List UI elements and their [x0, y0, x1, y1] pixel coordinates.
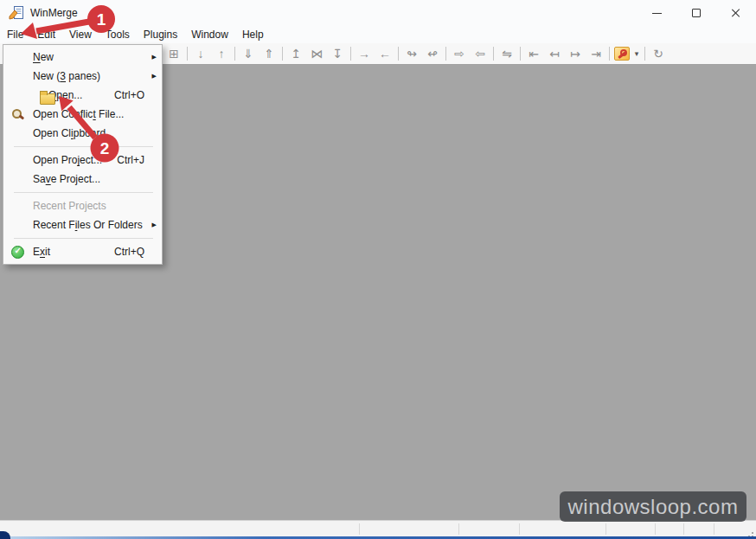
menu-edit[interactable]: Edit — [30, 27, 62, 42]
titlebar: WinMerge — [0, 0, 756, 26]
auto-merge-icon: ⇋ — [497, 44, 517, 63]
statusbar-separator — [458, 523, 459, 535]
toolbar-separator — [350, 47, 351, 61]
toolbar-separator — [398, 47, 399, 61]
copy-left-advance-icon: ↫ — [422, 44, 443, 63]
next-difference-icon: ↓ — [190, 44, 211, 63]
refresh-icon: ↻ — [648, 44, 669, 63]
previous-difference-file-icon: ⇑ — [259, 44, 279, 63]
shortcut-label: Ctrl+O — [114, 89, 144, 101]
menubar: File Edit View Tools Plugins Window Help — [0, 26, 756, 43]
menu-view[interactable]: View — [62, 27, 99, 42]
submenu-arrow-icon: ▶ — [152, 73, 157, 80]
statusbar-separator — [519, 523, 520, 535]
menu-separator — [14, 238, 153, 239]
copy-all-right-icon: ⇨ — [449, 44, 470, 63]
close-button[interactable] — [716, 0, 756, 26]
copy-right-icon: → — [354, 44, 375, 63]
maximize-button[interactable] — [676, 0, 716, 26]
menu-tools[interactable]: Tools — [99, 27, 137, 42]
menu-item-recent-files-or-folders[interactable]: Recent Files Or Folders ▶ — [3, 215, 162, 234]
menu-item-open-conflict-file[interactable]: Open Conflict File... — [3, 105, 162, 124]
menu-separator — [14, 192, 153, 193]
watermark: windowsloop.com — [560, 491, 746, 522]
previous-conflict-icon: ↤ — [544, 44, 565, 63]
last-difference-icon: ↧ — [327, 44, 348, 63]
options-wrench-icon — [614, 47, 630, 61]
menu-item-recent-projects: Recent Projects — [3, 196, 162, 215]
copy-all-left-icon: ⇦ — [470, 44, 490, 63]
window-controls — [637, 0, 756, 26]
toolbar-separator — [609, 47, 610, 61]
menu-item-exit[interactable]: Exit Ctrl+Q — [3, 242, 162, 261]
previous-difference-icon: ↑ — [211, 44, 232, 63]
menu-help[interactable]: Help — [235, 27, 271, 42]
menu-item-new-3-panes[interactable]: New (3 panes) ▶ — [3, 67, 162, 86]
statusbar-separator — [605, 523, 606, 535]
toolbar-separator — [520, 47, 521, 61]
maximize-icon — [692, 9, 701, 17]
magnifier-icon — [10, 107, 26, 121]
next-conflict-icon: ↦ — [565, 44, 586, 63]
options-dropdown-caret[interactable]: ▾ — [631, 49, 642, 58]
last-conflict-icon: ⇥ — [586, 44, 606, 63]
winmerge-window: WinMerge File Edit View Tools Plugins Wi… — [0, 0, 756, 539]
toolbar-separator — [282, 47, 283, 61]
window-title: WinMerge — [30, 7, 78, 19]
close-icon — [731, 8, 741, 18]
shortcut-label: Ctrl+J — [117, 154, 144, 166]
file-menu-dropdown: New ▶ New (3 panes) ▶ Open... Ctrl+O Ope… — [3, 44, 163, 265]
options-button[interactable] — [612, 44, 631, 63]
statusbar-separator — [655, 523, 656, 535]
minimize-button[interactable] — [637, 0, 676, 26]
menu-item-new[interactable]: New ▶ — [3, 48, 162, 67]
winmerge-app-icon — [9, 5, 24, 21]
toolbar-separator — [644, 47, 645, 61]
next-difference-file-icon: ⇓ — [238, 44, 259, 63]
statusbar-separator — [714, 523, 714, 535]
shortcut-label: Ctrl+Q — [114, 246, 144, 258]
menu-window[interactable]: Window — [184, 27, 235, 42]
toolbar-separator — [445, 47, 446, 61]
first-difference-icon: ↥ — [285, 44, 306, 63]
menu-item-open-project[interactable]: Open Project... Ctrl+J — [3, 151, 162, 170]
exit-icon — [10, 245, 26, 259]
menu-item-open-clipboard[interactable]: Open Clipboard — [3, 124, 162, 143]
menu-item-save-project[interactable]: Save Project... — [3, 170, 162, 189]
menu-item-open[interactable]: Open... Ctrl+O — [3, 86, 162, 105]
resize-grip[interactable] — [752, 532, 753, 534]
first-conflict-icon: ⇤ — [523, 44, 544, 63]
statusbar — [0, 520, 756, 536]
window-compare-icon: ⊞ — [163, 44, 184, 63]
menu-file[interactable]: File — [0, 27, 30, 42]
copy-left-icon: ← — [375, 44, 395, 63]
menu-separator — [14, 146, 153, 147]
submenu-arrow-icon: ▶ — [152, 221, 157, 228]
menu-plugins[interactable]: Plugins — [137, 27, 184, 42]
submenu-arrow-icon: ▶ — [152, 54, 157, 61]
current-difference-icon: ⋈ — [306, 44, 327, 63]
toolbar-separator — [234, 47, 235, 61]
copy-right-advance-icon: ↬ — [401, 44, 422, 63]
toolbar-separator — [187, 47, 188, 61]
statusbar-separator — [683, 523, 684, 535]
toolbar-separator — [493, 47, 494, 61]
statusbar-separator — [359, 523, 360, 535]
minimize-icon — [652, 13, 662, 14]
open-folder-icon — [40, 91, 55, 105]
